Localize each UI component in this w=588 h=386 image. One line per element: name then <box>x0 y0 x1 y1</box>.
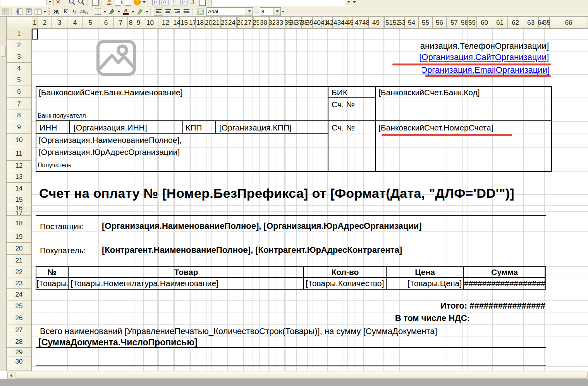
org-address-field: [Организация.ЮрАдресОрганизации] <box>39 148 180 157</box>
account-label-1: Сч. № <box>332 100 355 109</box>
items-col-qty: Кол-во <box>304 268 386 277</box>
org-phone-field: [Организация.ТелефонОрганизации] <box>420 41 549 51</box>
vat-line: В том числе НДС: <box>310 313 470 323</box>
gridline-h <box>32 211 588 212</box>
gridline-h <box>32 183 588 183</box>
org-fullname-field: [Организация.НаименованиеПолное], <box>39 136 182 145</box>
items-row-sum-field: ################### <box>464 279 545 288</box>
gridline-v <box>544 29 545 371</box>
logo-image-placeholder-icon[interactable] <box>96 39 137 77</box>
account-label-2: Сч. № <box>332 123 355 132</box>
bank-recipient-label: Банк получателя <box>38 112 86 119</box>
gridline-v <box>539 29 539 371</box>
bank-name-field: [БанковскийСчет.Банк.Наименование] <box>39 88 183 97</box>
footer-line-bottom <box>36 365 546 366</box>
scroll-left-arrow-icon[interactable] <box>7 372 15 379</box>
gridline-h <box>32 324 588 325</box>
gridline-h <box>32 231 588 232</box>
items-col-item: Товар <box>69 268 304 277</box>
supplier-field: [Организация.НаименованиеПолное], [Орган… <box>102 221 422 231</box>
supplier-label: Поставщик: <box>40 222 84 231</box>
invoice-title: Счет на оплату № [Номер.БезПрефикса] от … <box>39 186 514 201</box>
title-underline <box>36 215 546 216</box>
status-bar <box>0 379 588 386</box>
gridline-v <box>550 29 550 371</box>
org-site-link[interactable]: [Организация.СайтОрганизации] <box>411 52 549 62</box>
org-email-link[interactable]: [Организация.EmailОрганизации] <box>422 65 550 75</box>
gridline-h <box>32 243 588 243</box>
spreadsheet-editor-window: ✕ ! (+ (+ (+ (+ Ж К Ч abc <box>0 0 588 386</box>
bik-field: [БанковскийСчет.Банк.Код] <box>378 88 480 97</box>
red-marker-under-email <box>425 75 551 77</box>
footer-line-top <box>36 347 546 348</box>
gridline-v <box>38 29 38 371</box>
gridline-h <box>32 205 588 206</box>
buyer-field: [Контрагент.НаименованиеПолное], [Контра… <box>102 245 402 255</box>
items-col-price: Цена <box>387 268 463 277</box>
gridline-h <box>32 216 588 216</box>
items-row-item-field: [Товары.Номенклатура.Наименование] <box>70 279 218 288</box>
gridline-h <box>32 357 588 357</box>
inn-label: ИНН <box>40 123 57 132</box>
amount-in-words-field: [СуммаДокумента.ЧислоПрописью] <box>38 337 197 347</box>
total-line: Итого: ################ <box>387 301 545 311</box>
kpp-field: [Организация.КПП] <box>219 123 292 132</box>
inn-field: [Организация.ИНН] <box>74 123 147 132</box>
selected-cell[interactable] <box>32 29 38 39</box>
gridline-h <box>32 312 588 312</box>
horizontal-scrollbar[interactable] <box>7 371 588 379</box>
red-marker-under-account <box>382 134 512 136</box>
recipient-label: Получатель <box>38 162 71 169</box>
items-col-sum: Сумма <box>464 268 545 277</box>
items-col-num: № <box>36 268 68 277</box>
items-count-line: Всего наименований [УправлениеПечатью_Ко… <box>40 326 437 336</box>
scrollbar-thumb[interactable] <box>15 372 588 379</box>
buyer-label: Покупатель: <box>40 246 86 255</box>
gridline-h <box>32 366 588 367</box>
account-number-field: [БанковскийСчет.НомерСчета] <box>378 123 493 132</box>
items-row-num-field: [Товары.НомерСтроки] <box>36 279 68 288</box>
items-row-qty-field: [Товары.Количество] <box>304 279 385 288</box>
items-row-price-field: [Товары.Цена] <box>387 279 462 288</box>
gridline-v <box>523 29 524 371</box>
bik-label: БИК <box>332 88 347 97</box>
page-break-line <box>551 29 551 371</box>
kpp-label: КПП <box>186 123 202 132</box>
